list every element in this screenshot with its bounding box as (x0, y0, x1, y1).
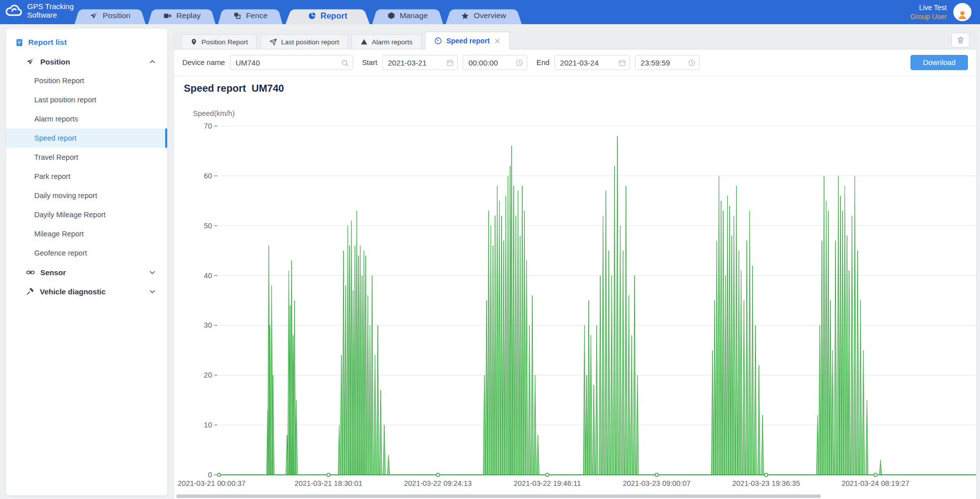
nav-tab-label: Position (103, 11, 130, 20)
report-tabbar: Position ReportLast position reportAlarm… (174, 30, 976, 49)
x-tick-label: 2021-03-21 18:30:01 (295, 479, 363, 487)
sidebar-sections: PositionPosition ReportLast position rep… (6, 52, 167, 301)
horizontal-scrollbar[interactable] (176, 494, 821, 498)
sidebar-section-position[interactable]: Position (6, 52, 167, 71)
y-tick-label: 20 (204, 371, 212, 379)
end-date-input[interactable] (554, 55, 630, 70)
nav-tab-label: Overview (474, 11, 507, 20)
link-icon (26, 268, 35, 277)
x-tick-label: 2021-03-23 09:00:07 (623, 479, 691, 487)
start-label: Start (362, 58, 378, 67)
doc-tab-last-position-report[interactable]: Last position report (260, 34, 348, 49)
x-tick-marker (218, 473, 221, 476)
hammer-icon (26, 287, 34, 295)
fence-icon (233, 12, 241, 20)
nav-tab-label: Replay (176, 11, 200, 20)
y-tick-label: 0 (208, 471, 212, 479)
y-tick-label: 60 (204, 172, 212, 180)
nav-tab-fence[interactable]: Fence (218, 7, 283, 24)
x-tick-marker (436, 473, 439, 476)
nav-tab-report[interactable]: Report (286, 7, 370, 24)
chevron-up-icon (149, 58, 156, 66)
sidebar-item-speed-report[interactable]: Speed report (6, 129, 167, 148)
end-label: End (536, 58, 549, 67)
doc-tab-alarm-reports[interactable]: Alarm reports (352, 34, 422, 49)
device-name-input[interactable] (230, 55, 353, 70)
x-tick-marker (546, 473, 549, 476)
x-tick-label: 2021-03-22 19:46:11 (514, 479, 581, 487)
pie-chart-icon (308, 12, 316, 20)
map-pin-icon (190, 38, 197, 45)
sidebar-item-mileage-report[interactable]: Mileage Report (6, 224, 167, 243)
person-icon (956, 9, 968, 21)
sidebar-item-park-report[interactable]: Park report (6, 167, 167, 186)
nav-tab-position[interactable]: Position (75, 7, 146, 24)
user-info[interactable]: Live Test Group User (911, 3, 947, 21)
x-tick-label: 2021-03-22 09:24:13 (404, 479, 472, 487)
nav-tab-label: Report (321, 11, 347, 21)
x-tick-marker (655, 473, 658, 476)
report-workspace: Position ReportLast position reportAlarm… (174, 30, 976, 499)
close-tab-icon[interactable] (494, 38, 501, 44)
user-name: Live Test (911, 3, 947, 12)
y-tick-label: 40 (204, 272, 212, 280)
sidebar-item-dayily-mileage-report[interactable]: Dayily Mileage Report (6, 205, 167, 224)
paper-plane-outline-icon (269, 38, 277, 46)
start-time-input[interactable] (463, 55, 527, 70)
sidebar-section-sensor[interactable]: Sensor (6, 263, 167, 282)
end-time-input[interactable] (635, 55, 699, 70)
sidebar-item-travel-report[interactable]: Travel Report (6, 148, 167, 167)
device-name-label: Device name (182, 58, 225, 67)
y-axis-title: Speed(km/h) (193, 109, 235, 117)
doc-tab-label: Speed report (446, 37, 489, 45)
report-sidebar: Report list PositionPosition ReportLast … (6, 29, 167, 495)
chevron-down-icon (149, 288, 156, 295)
app-header: GPS Tracking Software PositionReplayFenc… (0, 0, 980, 24)
sidebar-item-last-position-report[interactable]: Last position report (6, 90, 167, 109)
main-nav-tabs: PositionReplayFenceReportManageOverview (75, 7, 521, 24)
nav-tab-manage[interactable]: Manage (372, 7, 443, 24)
chevron-down-icon (149, 269, 156, 276)
speedometer-icon (434, 37, 442, 45)
doc-tab-speed-report[interactable]: Speed report (425, 32, 509, 49)
nav-tab-replay[interactable]: Replay (148, 7, 216, 24)
sidebar-section-label: Position (40, 57, 70, 66)
video-camera-icon (163, 12, 172, 20)
sidebar-section-vehicle-diagnostic[interactable]: Vehicle diagnostic (6, 282, 167, 301)
speed-chart-section: Speed report UM740 Speed(km/h)0102030405… (174, 76, 976, 499)
cube-icon (387, 12, 395, 20)
sidebar-section-label: Vehicle diagnostic (40, 287, 106, 296)
x-tick-marker (874, 473, 877, 476)
report-filter-bar: Device name Start End Download (174, 49, 976, 76)
doc-tab-label: Position Report (201, 38, 248, 46)
y-tick-label: 10 (204, 421, 212, 429)
x-tick-label: 2021-03-24 08:19:27 (842, 479, 909, 487)
report-list-icon (15, 38, 24, 47)
x-tick-label: 2021-03-21 00:00:37 (178, 479, 246, 487)
user-avatar[interactable] (953, 3, 971, 21)
doc-tab-position-report[interactable]: Position Report (181, 34, 257, 49)
sidebar-title: Report list (6, 33, 167, 52)
paper-plane-icon (26, 57, 35, 66)
start-date-input[interactable] (382, 55, 458, 70)
sidebar-item-daily-moving-report[interactable]: Daily moving report (6, 186, 167, 205)
sidebar-section-label: Sensor (40, 268, 66, 277)
star-icon (461, 12, 469, 20)
download-button[interactable]: Download (911, 55, 968, 70)
sidebar-item-geofence-report[interactable]: Geofence report (6, 243, 167, 263)
sidebar-item-alarm-reports[interactable]: Alarm reports (6, 109, 167, 129)
app-title: GPS Tracking Software (27, 2, 74, 19)
trash-icon (957, 36, 964, 44)
warning-triangle-icon (361, 38, 368, 45)
nav-tab-label: Fence (246, 11, 267, 20)
x-tick-marker (764, 473, 767, 476)
y-tick-label: 50 (204, 222, 212, 230)
report-doc-tabs: Position ReportLast position reportAlarm… (181, 32, 510, 49)
sidebar-item-position-report[interactable]: Position Report (6, 71, 167, 90)
nav-tab-overview[interactable]: Overview (446, 7, 522, 24)
nav-tab-label: Manage (400, 11, 428, 20)
clear-tabs-button[interactable] (951, 33, 969, 47)
paper-plane-icon (90, 12, 98, 20)
x-tick-marker (327, 473, 330, 476)
speed-chart: Speed(km/h)0102030405060702021-03-21 00:… (174, 76, 976, 499)
